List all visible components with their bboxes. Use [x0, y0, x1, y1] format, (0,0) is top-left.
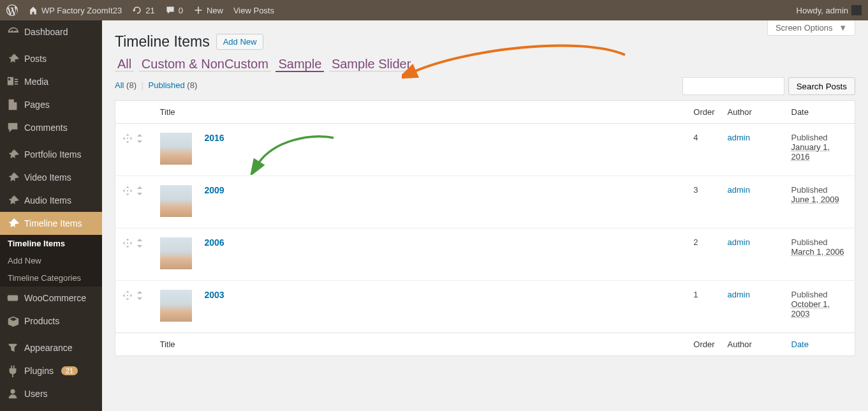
- col-title[interactable]: Title: [154, 101, 688, 124]
- screen-options-label: Screen Options: [776, 23, 833, 33]
- menu-appearance[interactable]: Appearance: [0, 336, 102, 359]
- site-home[interactable]: WP Factory ZoomIt23: [28, 5, 122, 15]
- col-handle: [115, 101, 154, 124]
- row-status: Published: [791, 290, 849, 299]
- row-date: January 1, 2016: [791, 142, 849, 161]
- row-order: 4: [687, 124, 721, 176]
- row-author[interactable]: admin: [728, 185, 750, 195]
- comments-count: 0: [179, 6, 183, 15]
- status-all[interactable]: All: [115, 80, 124, 90]
- row-author[interactable]: admin: [728, 133, 750, 142]
- menu-audio-items[interactable]: Audio Items: [0, 189, 102, 212]
- menu-media[interactable]: Media: [0, 70, 102, 93]
- comments-link[interactable]: 0: [165, 5, 183, 15]
- table-row: 20062adminPublishedMarch 1, 2006: [115, 228, 855, 281]
- submenu-timeline-categories[interactable]: Timeline Categories: [0, 269, 102, 287]
- add-new-button[interactable]: Add New: [216, 34, 264, 50]
- col-date[interactable]: Date: [785, 101, 855, 124]
- new-content[interactable]: New: [193, 5, 223, 15]
- svg-rect-0: [8, 295, 18, 301]
- screen-options-toggle[interactable]: Screen Options ▼: [767, 20, 855, 36]
- sort-arrows-icon[interactable]: [136, 237, 143, 251]
- status-published-count: (8): [187, 80, 197, 90]
- row-date: March 1, 2006: [791, 247, 849, 257]
- admin-bar: WP Factory ZoomIt23 21 0 New View Posts …: [0, 0, 868, 20]
- search-input[interactable]: [682, 77, 784, 95]
- row-order: 3: [687, 176, 721, 228]
- chevron-down-icon: ▼: [839, 23, 847, 33]
- row-status: Published: [791, 237, 849, 247]
- foot-title[interactable]: Title: [154, 333, 688, 356]
- row-status: Published: [791, 185, 849, 195]
- tab-sample[interactable]: Sample: [276, 57, 324, 72]
- menu-woocommerce[interactable]: WooCommerce: [0, 287, 102, 310]
- howdy-text: Howdy, admin: [797, 6, 848, 15]
- search-button[interactable]: Search Posts: [788, 77, 855, 95]
- page-title: Timeline Items: [115, 33, 210, 50]
- row-order: 1: [687, 281, 721, 333]
- menu-pages[interactable]: Pages: [0, 93, 102, 116]
- menu-plugins[interactable]: Plugins21: [0, 359, 102, 382]
- foot-order: Order: [687, 333, 721, 356]
- row-title[interactable]: 2006: [205, 237, 224, 248]
- site-name: WP Factory ZoomIt23: [41, 6, 122, 15]
- thumbnail[interactable]: [160, 290, 192, 322]
- sort-arrows-icon[interactable]: [136, 185, 143, 198]
- row-status: Published: [791, 133, 849, 142]
- main-content: Screen Options ▼ Timeline Items Add New …: [102, 20, 868, 411]
- sort-arrows-icon[interactable]: [136, 133, 143, 146]
- menu-posts[interactable]: Posts: [0, 47, 102, 70]
- table-row: 20031adminPublishedOctober 1, 2003: [115, 281, 855, 333]
- filter-tabs: All Custom & NonCustom Sample Sample Sli…: [115, 57, 855, 71]
- new-label: New: [207, 6, 223, 15]
- foot-date[interactable]: Date: [791, 340, 809, 349]
- table-row: 20093adminPublishedJune 1, 2009: [115, 176, 855, 228]
- avatar: [851, 5, 862, 15]
- row-title[interactable]: 2009: [205, 185, 224, 195]
- row-title[interactable]: 2003: [205, 290, 224, 300]
- thumbnail[interactable]: [160, 237, 192, 269]
- updates-count: 21: [145, 6, 154, 15]
- sort-arrows-icon[interactable]: [136, 290, 143, 303]
- thumbnail[interactable]: [160, 133, 192, 165]
- table-row: 20164adminPublishedJanuary 1, 2016: [115, 124, 855, 176]
- menu-timeline-items[interactable]: Timeline Items: [0, 212, 102, 235]
- wp-logo[interactable]: [6, 4, 18, 16]
- menu-video-items[interactable]: Video Items: [0, 166, 102, 189]
- thumbnail[interactable]: [160, 185, 192, 217]
- menu-comments[interactable]: Comments: [0, 116, 102, 139]
- howdy-user[interactable]: Howdy, admin: [797, 5, 862, 15]
- row-title[interactable]: 2016: [205, 133, 224, 143]
- drag-handle-icon[interactable]: [122, 185, 133, 198]
- view-posts[interactable]: View Posts: [233, 6, 274, 15]
- status-all-count: (8): [126, 80, 136, 90]
- tab-sample-slider[interactable]: Sample Slider: [329, 57, 414, 71]
- admin-menu: DashboardPostsMediaPagesCommentsPortfoli…: [0, 20, 102, 411]
- row-author[interactable]: admin: [728, 290, 750, 299]
- submenu-timeline-items[interactable]: Timeline Items: [0, 235, 102, 252]
- row-date: October 1, 2003: [791, 299, 849, 318]
- drag-handle-icon[interactable]: [122, 290, 133, 303]
- tab-custom-noncustom[interactable]: Custom & NonCustom: [139, 57, 271, 71]
- menu-portfolio-items[interactable]: Portfolio Items: [0, 143, 102, 166]
- drag-handle-icon[interactable]: [122, 133, 133, 146]
- menu-dashboard[interactable]: Dashboard: [0, 20, 102, 43]
- drag-handle-icon[interactable]: [122, 237, 133, 251]
- menu-users[interactable]: Users: [0, 382, 102, 405]
- updates-link[interactable]: 21: [132, 5, 154, 15]
- col-author: Author: [721, 101, 785, 124]
- row-order: 2: [687, 228, 721, 281]
- posts-table: Title Order Author Date 20164adminPublis…: [115, 100, 855, 356]
- tab-all[interactable]: All: [115, 57, 134, 71]
- row-date: June 1, 2009: [791, 195, 849, 204]
- menu-products[interactable]: Products: [0, 310, 102, 333]
- row-author[interactable]: admin: [728, 237, 750, 247]
- col-order: Order: [687, 101, 721, 124]
- status-published[interactable]: Published: [149, 80, 185, 90]
- submenu-add-new[interactable]: Add New: [0, 252, 102, 269]
- foot-author: Author: [721, 333, 785, 356]
